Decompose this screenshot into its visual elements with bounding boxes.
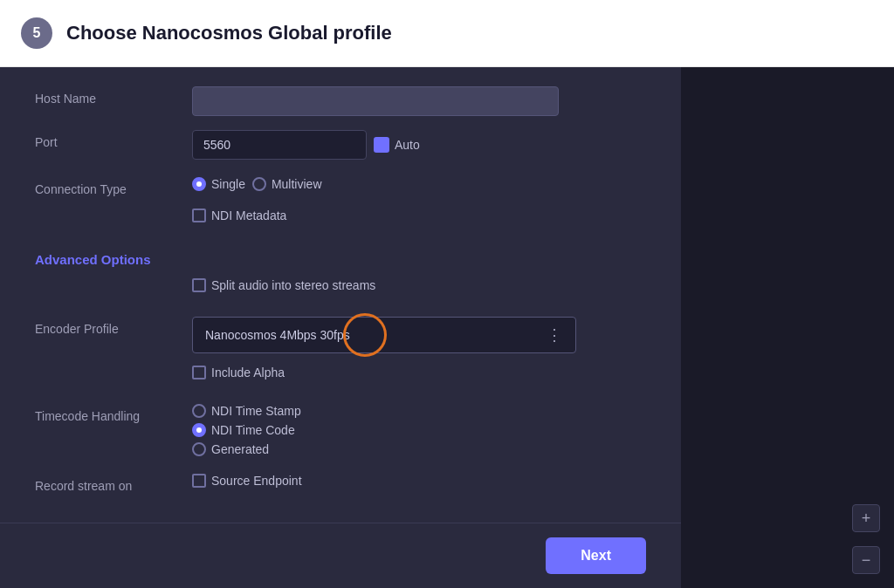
ndi-timestamp-radio[interactable]: NDI Time Stamp [192,404,301,418]
split-audio-row: Split audio into stereo streams [0,275,681,308]
auto-checkbox-wrapper[interactable]: Auto [374,137,420,153]
record-stream-controls: Source Endpoint [192,474,646,488]
encoder-profile-dropdown[interactable]: Nanocosmos 4Mbps 30fps ⋮ [192,317,576,353]
form-scroll: Host Name Port Auto [0,67,681,523]
connection-type-label: Connection Type [35,177,192,196]
source-endpoint-label: Source Endpoint [211,474,302,488]
zoom-out-button[interactable]: − [852,546,880,574]
split-audio-label: Split audio into stereo streams [211,278,375,292]
source-endpoint-checkbox-wrapper[interactable]: Source Endpoint [192,474,302,488]
timecode-handling-label: Timecode Handling [35,404,192,423]
include-alpha-row: Include Alpha [0,362,681,395]
split-audio-checkbox-wrapper[interactable]: Split audio into stereo streams [192,278,375,292]
include-alpha-spacer [35,366,192,371]
next-button[interactable]: Next [546,537,646,574]
ndi-metadata-label: NDI Metadata [211,209,286,222]
wizard-header: 5 Choose Nanocosmos Global profile [0,0,894,67]
record-stream-row: Record stream on Source Endpoint [0,465,681,502]
ndi-metadata-checkbox[interactable] [192,209,206,222]
ndi-metadata-checkbox-wrapper[interactable]: NDI Metadata [192,209,286,222]
single-radio[interactable]: Single [192,177,245,191]
host-name-input[interactable] [192,86,559,116]
wizard-body: Host Name Port Auto [0,67,894,588]
multiview-label: Multiview [272,177,322,191]
source-endpoint-checkbox[interactable] [192,474,206,488]
include-alpha-checkbox-wrapper[interactable]: Include Alpha [192,366,285,379]
encoder-profile-row: Encoder Profile Nanocosmos 4Mbps 30fps ⋮ [0,308,681,362]
form-panel: Host Name Port Auto [0,67,681,588]
ndi-timestamp-circle [192,404,206,418]
three-dots-icon: ⋮ [547,325,563,345]
split-audio-controls: Split audio into stereo streams [192,278,646,292]
page-title: Choose Nanocosmos Global profile [66,22,392,44]
include-alpha-checkbox[interactable] [192,366,206,379]
timecode-handling-controls: NDI Time Stamp NDI Time Code Generated [192,404,646,456]
host-name-controls [192,86,646,116]
generated-label: Generated [211,442,269,456]
split-audio-checkbox[interactable] [192,278,206,292]
port-controls: Auto [192,130,646,160]
advanced-options-label: Advanced Options [35,252,151,267]
form-footer: Next [0,523,681,588]
encoder-profile-controls: Nanocosmos 4Mbps 30fps ⋮ [192,317,646,353]
generated-radio[interactable]: Generated [192,442,301,456]
host-name-row: Host Name [0,81,681,121]
include-alpha-label: Include Alpha [211,366,285,379]
generated-circle [192,442,206,456]
single-radio-circle [192,177,206,191]
auto-label: Auto [395,138,420,152]
zoom-in-button[interactable]: + [852,504,880,532]
timecode-options: NDI Time Stamp NDI Time Code Generated [192,404,301,456]
ndi-timestamp-label: NDI Time Stamp [211,404,301,418]
ndi-timecode-circle [192,423,206,437]
auto-checkbox[interactable] [374,137,389,153]
side-panel: + − [681,67,894,588]
ndi-timecode-label: NDI Time Code [211,423,295,437]
step-badge: 5 [21,17,52,49]
timecode-handling-row: Timecode Handling NDI Time Stamp NDI Tim… [0,395,681,465]
advanced-options-row: Advanced Options [0,238,681,275]
port-row: Port Auto [0,121,681,168]
connection-type-controls: Single Multiview [192,177,646,191]
multiview-radio-circle [252,177,266,191]
ndi-metadata-row: NDI Metadata [0,205,681,238]
encoder-profile-label: Encoder Profile [35,317,192,336]
multiview-radio[interactable]: Multiview [252,177,322,191]
record-stream-label: Record stream on [35,474,192,493]
split-audio-spacer [35,278,192,284]
connection-type-row: Connection Type Single Multiview [0,168,681,205]
port-input[interactable] [192,130,367,160]
ndi-timecode-radio[interactable]: NDI Time Code [192,423,301,437]
ndi-metadata-spacer [35,209,192,214]
include-alpha-controls: Include Alpha [192,366,646,379]
encoder-profile-value: Nanocosmos 4Mbps 30fps [205,328,350,342]
ndi-metadata-controls: NDI Metadata [192,209,646,222]
host-name-label: Host Name [35,86,192,106]
port-label: Port [35,130,192,149]
single-label: Single [211,177,245,191]
